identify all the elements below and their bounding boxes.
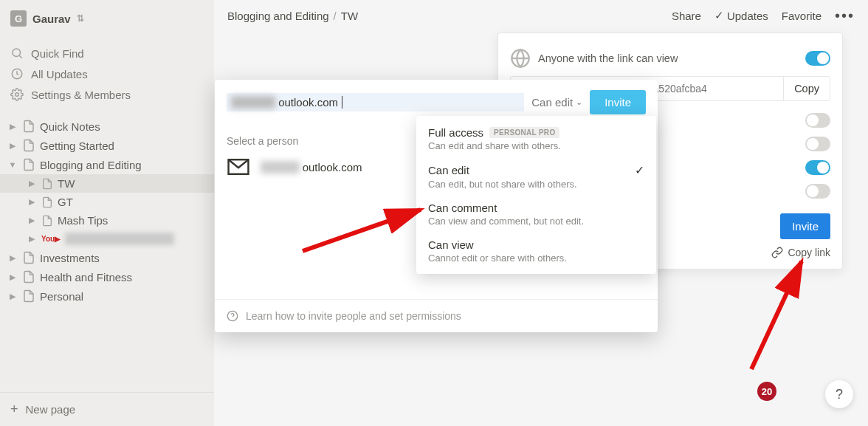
breadcrumb-sep: / [334, 10, 337, 22]
all-updates-label: All Updates [31, 68, 88, 80]
page-icon [41, 178, 53, 190]
sidebar-page-label: GT [58, 196, 73, 208]
invite-email-input[interactable]: xxxxxxxx ████████ outlook.comoutlook.com [227, 93, 524, 111]
page-icon [41, 196, 53, 208]
page-icon [22, 158, 35, 171]
chevron-updown-icon: ⇅ [77, 13, 84, 24]
share-button[interactable]: Share [672, 10, 701, 22]
sidebar-page-investments[interactable]: ▶ Investments [0, 248, 214, 267]
sidebar-page-gt[interactable]: ▶ GT [0, 193, 214, 211]
share-invite-button[interactable]: Invite [780, 213, 830, 239]
svg-point-0 [13, 49, 21, 57]
sidebar-page-label: Investments [40, 252, 100, 264]
chevron-right-icon[interactable]: ▶ [27, 216, 37, 225]
sidebar-page-label: Getting Started [40, 140, 114, 152]
page-icon [41, 215, 53, 227]
page-icon [22, 251, 35, 264]
favorite-button[interactable]: Favorite [782, 10, 822, 22]
new-page-button[interactable]: + New page [0, 392, 214, 426]
chevron-right-icon[interactable]: ▶ [27, 234, 37, 244]
settings-label: Settings & Members [31, 89, 131, 101]
chevron-right-icon[interactable]: ▶ [7, 292, 18, 301]
breadcrumb-current[interactable]: TW [341, 10, 358, 22]
quick-find-label: Quick Find [31, 47, 84, 60]
help-button[interactable]: ? [825, 380, 853, 408]
chevron-right-icon[interactable]: ▶ [7, 253, 18, 263]
envelope-icon [227, 159, 250, 175]
youtube-icon: You▶ [41, 235, 61, 243]
page-icon [22, 289, 35, 303]
chevron-right-icon[interactable]: ▶ [7, 272, 18, 282]
invite-learn-label: Learn how to invite people and set permi… [246, 310, 461, 322]
share-toggle-3[interactable] [805, 137, 830, 151]
chevron-right-icon[interactable]: ▶ [27, 179, 37, 188]
copy-url-button[interactable]: Copy [783, 77, 830, 100]
sidebar-page-blogging-editing[interactable]: ▼ Blogging and Editing [0, 155, 214, 174]
plus-icon: + [10, 402, 18, 417]
workspace-name: Gaurav [32, 13, 71, 25]
sidebar-page-label: Mash Tips [58, 214, 108, 227]
avatar: G [10, 10, 27, 27]
share-toggle-2[interactable] [805, 113, 830, 128]
sidebar-page-health-fitness[interactable]: ▶ Health and Fitness [0, 267, 214, 286]
workspace-switcher[interactable]: G Gaurav ⇅ [0, 6, 214, 31]
perm-can-edit[interactable]: Can edit✓ Can edit, but not share with o… [416, 157, 656, 196]
chevron-right-icon[interactable]: ▶ [27, 197, 37, 207]
sidebar-page-label: Blogging and Editing [40, 159, 142, 171]
sidebar-page-getting-started[interactable]: ▶ Getting Started [0, 136, 214, 155]
sidebar-page-mash-tips[interactable]: ▶ Mash Tips [0, 211, 214, 230]
quick-find[interactable]: Quick Find [0, 43, 214, 63]
perm-full-access[interactable]: Full access PERSONAL PRO Can edit and sh… [416, 120, 656, 157]
chevron-down-icon[interactable]: ▼ [7, 160, 18, 169]
permission-menu: Full access PERSONAL PRO Can edit and sh… [416, 116, 656, 274]
sidebar-page-label: Health and Fitness [40, 271, 132, 284]
invite-submit-button[interactable]: Invite [590, 90, 646, 114]
sidebar-page-label: Redacted Page Name [65, 233, 174, 245]
chevron-down-icon: ⌄ [576, 97, 582, 107]
new-page-label: New page [26, 403, 76, 416]
sidebar-page-label: Personal [40, 290, 83, 303]
sidebar-page-label: TW [58, 177, 75, 190]
page-icon [22, 270, 35, 284]
check-icon: ✓ [635, 163, 644, 177]
page-icon [22, 120, 35, 133]
share-anyone-label: Anyone with the link can view [538, 52, 798, 64]
breadcrumb-parent[interactable]: Blogging and Editing [227, 10, 329, 22]
check-icon: ✓ [714, 9, 724, 22]
invite-permission-label: Can edit [531, 96, 573, 109]
page-icon [22, 139, 35, 152]
globe-icon [510, 48, 531, 69]
perm-can-comment[interactable]: Can comment Can view and comment, but no… [416, 196, 656, 233]
link-icon [771, 247, 783, 258]
settings-members[interactable]: Settings & Members [0, 84, 214, 105]
sidebar-page-quick-notes[interactable]: ▶ Quick Notes [0, 117, 214, 136]
share-toggle-5[interactable] [805, 184, 830, 199]
sidebar: G Gaurav ⇅ Quick Find All Updates Settin… [0, 0, 214, 426]
invite-learn-link[interactable]: Learn how to invite people and set permi… [215, 299, 658, 332]
sidebar-page-redacted[interactable]: ▶ You▶ Redacted Page Name [0, 230, 214, 248]
share-web-toggle[interactable] [805, 51, 830, 66]
sidebar-page-personal[interactable]: ▶ Personal [0, 286, 214, 306]
copy-link-label: Copy link [788, 247, 830, 258]
sidebar-page-label: Quick Notes [40, 120, 100, 133]
topbar: Blogging and Editing / TW Share ✓Updates… [214, 0, 868, 31]
personal-pro-badge: PERSONAL PRO [489, 127, 559, 138]
svg-point-3 [16, 93, 19, 97]
notification-count-badge: 20 [757, 382, 776, 401]
perm-can-view[interactable]: Can view Cannot edit or share with other… [416, 233, 656, 269]
svg-line-1 [19, 55, 21, 58]
sidebar-page-tw[interactable]: ▶ TW [0, 174, 214, 193]
more-menu-icon[interactable]: ••• [835, 12, 855, 19]
all-updates[interactable]: All Updates [0, 63, 214, 84]
share-toggle-4[interactable] [805, 160, 830, 175]
chevron-right-icon[interactable]: ▶ [7, 141, 18, 151]
help-icon [227, 310, 238, 322]
updates-button[interactable]: ✓Updates [714, 9, 768, 22]
invite-permission-dropdown[interactable]: Can edit ⌄ [531, 96, 582, 109]
chevron-right-icon[interactable]: ▶ [7, 122, 18, 131]
